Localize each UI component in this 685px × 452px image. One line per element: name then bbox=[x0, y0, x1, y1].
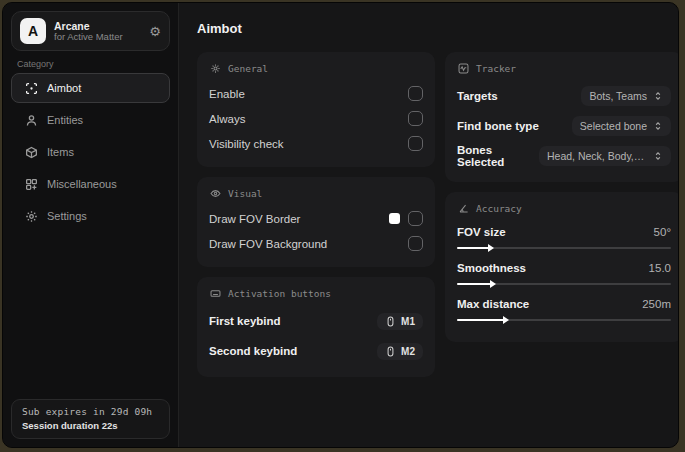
sidebar-item-settings[interactable]: Settings bbox=[11, 201, 170, 231]
card-title: Accuracy bbox=[476, 203, 522, 214]
setting-label: Find bone type bbox=[457, 120, 539, 132]
fov-size-slider[interactable] bbox=[457, 244, 671, 252]
setting-row-first-keybind: First keybind M1 bbox=[209, 307, 423, 335]
dropdown-value: Selected bone bbox=[580, 120, 647, 132]
visibility-check-checkbox[interactable] bbox=[408, 136, 423, 151]
fov-border-checkbox[interactable] bbox=[408, 211, 423, 226]
sidebar-item-miscellaneous[interactable]: Miscellaneous bbox=[11, 169, 170, 199]
keybind-value: M2 bbox=[401, 346, 415, 357]
visual-card-header: Visual bbox=[209, 187, 423, 199]
crosshair-scan-icon bbox=[24, 81, 38, 95]
keybind-value: M1 bbox=[401, 316, 415, 327]
app-subtitle: for Active Matter bbox=[54, 32, 141, 43]
app-logo: A bbox=[20, 18, 46, 44]
setting-row-second-keybind: Second keybind M2 bbox=[209, 337, 423, 365]
max-distance-slider[interactable] bbox=[457, 316, 671, 324]
slider-fill bbox=[457, 247, 489, 249]
card-title: Visual bbox=[228, 188, 262, 199]
setting-row-fov-border: Draw FOV Border bbox=[209, 207, 423, 230]
setting-label: Bones Selected bbox=[457, 144, 539, 168]
activity-icon bbox=[457, 62, 469, 74]
setting-label: Targets bbox=[457, 90, 498, 102]
unfold-icon bbox=[653, 151, 663, 161]
setting-label: FOV size bbox=[457, 226, 506, 238]
setting-label: Second keybind bbox=[209, 345, 297, 357]
app-window: A Arcane for Active Matter ⚙ Category Ai… bbox=[2, 2, 679, 448]
app-name: Arcane bbox=[54, 20, 141, 32]
sidebar-item-label: Aimbot bbox=[47, 82, 81, 94]
page-title: Aimbot bbox=[197, 21, 664, 36]
eye-icon bbox=[209, 187, 221, 199]
mouse-icon bbox=[385, 346, 396, 357]
angle-icon bbox=[457, 202, 469, 214]
setting-row-always: Always bbox=[209, 107, 423, 130]
sidebar-item-label: Entities bbox=[47, 114, 83, 126]
smoothness-slider[interactable] bbox=[457, 280, 671, 288]
bones-selected-dropdown[interactable]: Head, Neck, Body, Pe… bbox=[539, 146, 671, 166]
find-bone-type-dropdown[interactable]: Selected bone bbox=[572, 116, 671, 136]
setting-row-find-bone-type: Find bone type Selected bone bbox=[457, 112, 671, 140]
card-title: Tracker bbox=[476, 63, 516, 74]
enable-checkbox[interactable] bbox=[408, 86, 423, 101]
app-header: A Arcane for Active Matter ⚙ bbox=[11, 11, 170, 51]
gear-icon bbox=[209, 62, 221, 74]
slider-fill bbox=[457, 319, 504, 321]
sidebar-nav: Aimbot Entities Items Miscellaneous bbox=[3, 73, 178, 231]
session-duration-text: Session duration 22s bbox=[22, 420, 159, 431]
dropdown-value: Head, Neck, Body, Pe… bbox=[547, 150, 647, 162]
setting-row-fov-size: FOV size 50° bbox=[457, 222, 671, 252]
sidebar-item-label: Miscellaneous bbox=[47, 178, 117, 190]
sidebar: A Arcane for Active Matter ⚙ Category Ai… bbox=[3, 3, 179, 447]
fov-background-checkbox[interactable] bbox=[408, 236, 423, 251]
tracker-card: Tracker Targets Bots, Teams Find bone ty… bbox=[445, 52, 678, 182]
dropdown-value: Bots, Teams bbox=[589, 90, 647, 102]
slider-fill bbox=[457, 283, 491, 285]
app-titles: Arcane for Active Matter bbox=[54, 20, 141, 43]
card-title: Activation buttons bbox=[228, 288, 331, 299]
gear-icon bbox=[24, 209, 38, 223]
gear-icon[interactable]: ⚙ bbox=[149, 24, 161, 39]
accuracy-card: Accuracy FOV size 50° Smoothness bbox=[445, 192, 678, 342]
keyboard-icon bbox=[209, 287, 221, 299]
setting-label: Always bbox=[209, 113, 245, 125]
slider-value: 250m bbox=[642, 298, 671, 310]
setting-row-fov-background: Draw FOV Background bbox=[209, 232, 423, 255]
accuracy-card-header: Accuracy bbox=[457, 202, 671, 214]
person-icon bbox=[24, 113, 38, 127]
sub-expires-text: Sub expires in 29d 09h bbox=[22, 406, 159, 417]
always-checkbox[interactable] bbox=[408, 111, 423, 126]
category-label: Category bbox=[17, 59, 178, 69]
second-keybind-button[interactable]: M2 bbox=[377, 343, 423, 360]
slider-value: 50° bbox=[654, 226, 671, 238]
setting-row-smoothness: Smoothness 15.0 bbox=[457, 258, 671, 288]
subscription-info: Sub expires in 29d 09h Session duration … bbox=[11, 399, 170, 439]
setting-label: Smoothness bbox=[457, 262, 526, 274]
mouse-icon bbox=[385, 316, 396, 327]
setting-label: Draw FOV Border bbox=[209, 213, 300, 225]
setting-row-targets: Targets Bots, Teams bbox=[457, 82, 671, 110]
grid-icon bbox=[24, 177, 38, 191]
general-card: General Enable Always Visibility check bbox=[197, 52, 435, 167]
cube-icon bbox=[24, 145, 38, 159]
sidebar-item-items[interactable]: Items bbox=[11, 137, 170, 167]
fov-border-color-swatch[interactable] bbox=[389, 213, 400, 224]
sidebar-item-entities[interactable]: Entities bbox=[11, 105, 170, 135]
slider-value: 15.0 bbox=[649, 262, 671, 274]
sidebar-item-label: Settings bbox=[47, 210, 87, 222]
activation-card: Activation buttons First keybind M1 Seco… bbox=[197, 277, 435, 377]
setting-row-bones-selected: Bones Selected Head, Neck, Body, Pe… bbox=[457, 142, 671, 170]
unfold-icon bbox=[653, 121, 663, 131]
tracker-card-header: Tracker bbox=[457, 62, 671, 74]
first-keybind-button[interactable]: M1 bbox=[377, 313, 423, 330]
right-column: Tracker Targets Bots, Teams Find bone ty… bbox=[445, 52, 678, 342]
main-panel: Aimbot General Enable Alw bbox=[179, 3, 678, 447]
left-column: General Enable Always Visibility check bbox=[197, 52, 435, 377]
sidebar-item-aimbot[interactable]: Aimbot bbox=[11, 73, 170, 103]
targets-dropdown[interactable]: Bots, Teams bbox=[581, 86, 671, 106]
setting-row-visibility-check: Visibility check bbox=[209, 132, 423, 155]
unfold-icon bbox=[653, 91, 663, 101]
setting-label: Max distance bbox=[457, 298, 529, 310]
general-card-header: General bbox=[209, 62, 423, 74]
setting-label: First keybind bbox=[209, 315, 281, 327]
setting-row-max-distance: Max distance 250m bbox=[457, 294, 671, 324]
